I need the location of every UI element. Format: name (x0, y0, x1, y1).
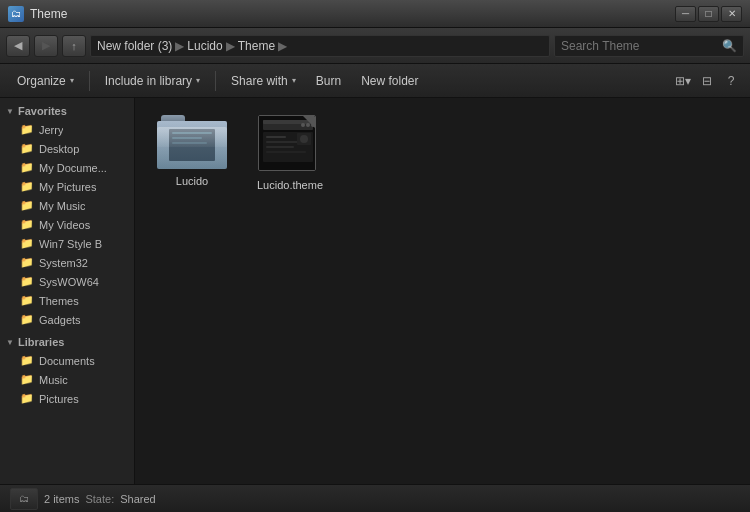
include-label: Include in library (105, 74, 192, 88)
sidebar-label-system32: System32 (39, 257, 88, 269)
organize-button[interactable]: Organize ▾ (8, 69, 83, 93)
maximize-button[interactable]: □ (698, 6, 719, 22)
address-part-2[interactable]: Lucido (187, 39, 222, 53)
sidebar-item-pictures[interactable]: 📁 Pictures (0, 389, 134, 408)
status-item-count: 2 items (44, 493, 79, 505)
folder-icon: 📁 (20, 237, 34, 250)
toolbar-separator-1 (89, 71, 90, 91)
sidebar-label-jerry: Jerry (39, 124, 63, 136)
sidebar-label-win7style: Win7 Style B (39, 238, 102, 250)
sidebar-item-desktop[interactable]: 📁 Desktop (0, 139, 134, 158)
sidebar-section-libraries: ▼ Libraries 📁 Documents 📁 Music 📁 Pictur… (0, 333, 134, 408)
share-label: Share with (231, 74, 288, 88)
folder-icon: 📁 (20, 199, 34, 212)
folder-icon: 📁 (20, 275, 34, 288)
back-button[interactable]: ◀ (6, 35, 30, 57)
search-bar[interactable]: 🔍 (554, 35, 744, 57)
lucido-folder-icon (157, 115, 227, 175)
sidebar-label-mymusic: My Music (39, 200, 85, 212)
address-part-3[interactable]: Theme (238, 39, 275, 53)
sidebar-label-themes: Themes (39, 295, 79, 307)
svg-point-16 (300, 135, 308, 143)
status-icon: 🗂 (10, 488, 38, 510)
folder-icon: 📁 (20, 256, 34, 269)
view-icons-button[interactable]: ⊟ (696, 70, 718, 92)
search-input[interactable] (561, 39, 718, 53)
favorites-chevron-icon: ▼ (6, 107, 14, 116)
theme-preview-svg (259, 116, 316, 171)
sidebar-item-mymusic[interactable]: 📁 My Music (0, 196, 134, 215)
sidebar-label-mydocuments: My Docume... (39, 162, 107, 174)
address-bar[interactable]: New folder (3) ▶ Lucido ▶ Theme ▶ (90, 35, 550, 57)
folder-reflection (157, 127, 227, 147)
sidebar-libraries-header[interactable]: ▼ Libraries (0, 333, 134, 351)
sidebar-label-music: Music (39, 374, 68, 386)
sidebar-item-mydocuments[interactable]: 📁 My Docume... (0, 158, 134, 177)
sidebar-label-gadgets: Gadgets (39, 314, 81, 326)
sidebar-item-syswow64[interactable]: 📁 SysWOW64 (0, 272, 134, 291)
sidebar-item-music[interactable]: 📁 Music (0, 370, 134, 389)
address-sep-2: ▶ (226, 39, 235, 53)
folder-icon: 📁 (20, 354, 34, 367)
sidebar-item-myvideos[interactable]: 📁 My Videos (0, 215, 134, 234)
sidebar-item-win7style[interactable]: 📁 Win7 Style B (0, 234, 134, 253)
status-bar: 🗂 2 items State: Shared (0, 484, 750, 512)
folder-icon: 📁 (20, 218, 34, 231)
window-controls: ─ □ ✕ (675, 6, 742, 22)
sidebar-label-desktop: Desktop (39, 143, 79, 155)
favorites-label: Favorites (18, 105, 67, 117)
organize-label: Organize (17, 74, 66, 88)
toolbar: Organize ▾ Include in library ▾ Share wi… (0, 64, 750, 98)
folder-icon: 📁 (20, 294, 34, 307)
close-button[interactable]: ✕ (721, 6, 742, 22)
view-dropdown-button[interactable]: ⊞▾ (672, 70, 694, 92)
folder-icon: 📁 (20, 373, 34, 386)
address-sep-1: ▶ (175, 39, 184, 53)
sidebar: ▼ Favorites 📁 Jerry 📁 Desktop 📁 My Docum… (0, 98, 135, 484)
file-area: Lucido (135, 98, 750, 484)
sidebar-item-themes[interactable]: 📁 Themes (0, 291, 134, 310)
address-part-1[interactable]: New folder (3) (97, 39, 172, 53)
include-in-library-button[interactable]: Include in library ▾ (96, 69, 209, 93)
window-icon: 🗂 (8, 6, 24, 22)
share-dropdown-arrow: ▾ (292, 76, 296, 85)
sidebar-label-pictures: Pictures (39, 393, 79, 405)
theme-file-body (258, 115, 316, 171)
minimize-button[interactable]: ─ (675, 6, 696, 22)
nav-bar: ◀ ▶ ↑ New folder (3) ▶ Lucido ▶ Theme ▶ … (0, 28, 750, 64)
help-button[interactable]: ? (720, 70, 742, 92)
window-title: Theme (30, 7, 675, 21)
file-item-lucido-folder[interactable]: Lucido (147, 110, 237, 197)
up-button[interactable]: ↑ (62, 35, 86, 57)
sidebar-item-gadgets[interactable]: 📁 Gadgets (0, 310, 134, 329)
share-with-button[interactable]: Share with ▾ (222, 69, 305, 93)
burn-button[interactable]: Burn (307, 69, 350, 93)
lucido-theme-label: Lucido.theme (257, 179, 323, 192)
folder-icon: 📁 (20, 142, 34, 155)
sidebar-favorites-header[interactable]: ▼ Favorites (0, 102, 134, 120)
folder-icon: 📁 (20, 123, 34, 136)
folder-icon: 📁 (20, 180, 34, 193)
svg-rect-11 (266, 136, 286, 138)
svg-rect-14 (266, 151, 306, 153)
file-item-lucido-theme[interactable]: Lucido.theme (245, 110, 335, 197)
sidebar-item-mypictures[interactable]: 📁 My Pictures (0, 177, 134, 196)
sidebar-item-documents[interactable]: 📁 Documents (0, 351, 134, 370)
sidebar-section-favorites: ▼ Favorites 📁 Jerry 📁 Desktop 📁 My Docum… (0, 102, 134, 329)
view-buttons: ⊞▾ ⊟ ? (672, 70, 742, 92)
sidebar-item-system32[interactable]: 📁 System32 (0, 253, 134, 272)
sidebar-item-jerry[interactable]: 📁 Jerry (0, 120, 134, 139)
organize-dropdown-arrow: ▾ (70, 76, 74, 85)
sidebar-label-documents: Documents (39, 355, 95, 367)
include-dropdown-arrow: ▾ (196, 76, 200, 85)
new-folder-button[interactable]: New folder (352, 69, 427, 93)
folder-icon: 📁 (20, 161, 34, 174)
svg-rect-12 (266, 141, 301, 143)
new-folder-label: New folder (361, 74, 418, 88)
lucido-folder-label: Lucido (176, 175, 208, 188)
forward-button[interactable]: ▶ (34, 35, 58, 57)
svg-rect-13 (266, 146, 294, 148)
svg-point-7 (301, 123, 305, 127)
address-sep-3: ▶ (278, 39, 287, 53)
burn-label: Burn (316, 74, 341, 88)
